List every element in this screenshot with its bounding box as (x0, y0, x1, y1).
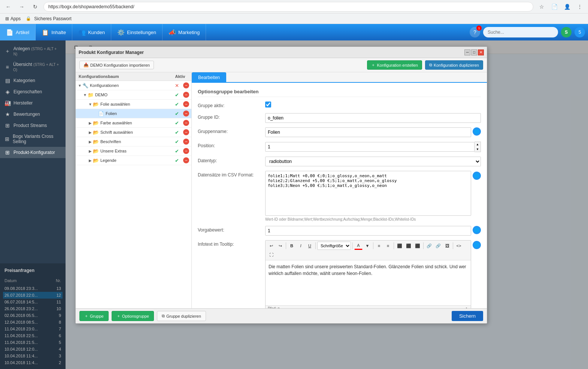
redo-btn[interactable]: ↪ (276, 242, 284, 250)
tree-row-extras[interactable]: ▶ 📂 Unsere Extras ✔ − (76, 146, 191, 156)
bold-btn[interactable]: B (288, 242, 296, 250)
preisanfragen-row[interactable]: 12.04.2018 08:5...8 (3, 319, 63, 326)
search-input[interactable] (483, 27, 558, 37)
help-button[interactable]: ? 1 (470, 27, 480, 37)
preisanfragen-row[interactable]: 11.04.2018 22:5...6 (3, 332, 63, 339)
ol-btn[interactable]: ≡ (384, 242, 392, 250)
fullscreen-btn[interactable]: ⛶ (267, 251, 275, 259)
tab-einstellungen[interactable]: ⚙️ Einstellungen (111, 24, 163, 40)
header-blue-button[interactable]: 5 (575, 27, 585, 37)
datensaetze-globe-btn[interactable]: 🌐 (473, 172, 481, 180)
forward-button[interactable]: → (16, 1, 27, 12)
position-up-btn[interactable]: ▲ (475, 142, 481, 147)
modal-maximize-btn[interactable]: □ (471, 49, 477, 55)
create-config-btn[interactable]: ＋ Konfiguration erstellen (367, 60, 422, 70)
gruppenname-globe-btn[interactable]: 🌐 (473, 127, 481, 136)
reload-button[interactable]: ↻ (30, 1, 40, 12)
tab-marketing[interactable]: 📣 Marketing (163, 24, 206, 40)
preisanfragen-row[interactable]: 06.07.2018 14:5...11 (3, 299, 63, 305)
tree-row-farbe[interactable]: ▶ 📂 Farbe auswählen ✔ − (76, 118, 191, 128)
folien-action[interactable]: − (182, 111, 190, 117)
underline-btn[interactable]: U (306, 242, 314, 250)
user-account-button[interactable]: 👤 (562, 1, 572, 12)
tooltip-content[interactable]: Die matten Folien sind unsere preiswerte… (266, 260, 471, 305)
position-down-btn[interactable]: ▼ (475, 147, 481, 152)
vorgabewert-input[interactable] (265, 226, 471, 236)
preisanfragen-row[interactable]: 11.04.2018 23:0...7 (3, 326, 63, 332)
sichern-button[interactable]: Sichern (452, 311, 483, 321)
vorgabewert-globe-btn[interactable]: 🌐 (473, 226, 481, 234)
modal-minimize-btn[interactable]: ─ (464, 49, 470, 55)
tree-row-beschriften[interactable]: ▶ 📂 Beschriften ✔ − (76, 137, 191, 146)
schrift-action[interactable]: − (182, 129, 190, 135)
beschriften-action[interactable]: − (182, 139, 190, 145)
preisanfragen-row[interactable]: 10.04.2018 11:4...3 (3, 353, 63, 359)
preisanfragen-row[interactable]: 10.04.2018 12:0...4 (3, 346, 63, 353)
sidebar-item-ubersicht[interactable]: ≡ Übersicht (STRG + ALT + O) (0, 59, 66, 75)
sidebar-item-hersteller[interactable]: 🏭 Hersteller (0, 97, 66, 109)
gruppe-btn[interactable]: ＋ Gruppe (79, 311, 109, 321)
duplicate-config-btn[interactable]: ⧉ Konfiguration duplizieren (425, 60, 483, 70)
align-left-btn[interactable]: ⬛ (395, 242, 404, 250)
menu-button[interactable]: ⋮ (575, 1, 585, 12)
tree-row-konfigurationen[interactable]: ▼ 🔧 Konfigurationen ✕ − (76, 81, 191, 90)
infotext-globe-btn[interactable]: 🌐 (473, 241, 481, 249)
header-green-button[interactable]: S (561, 27, 572, 37)
farbe-action[interactable]: − (182, 120, 190, 126)
preisanfragen-row[interactable]: 09.08.2018 23:3...13 (3, 285, 63, 292)
demo-action[interactable]: − (182, 92, 190, 98)
tab-kunden[interactable]: 👥 Kunden (72, 24, 111, 40)
preisanfragen-row[interactable]: 11.04.2018 21:5...5 (3, 339, 63, 346)
preisanfragen-row[interactable]: 26.06.2018 23:2...10 (3, 305, 63, 312)
sidebar-item-bogx-variants[interactable]: ⊞ Bogx Variants Cross Selling (0, 131, 66, 147)
sidebar-item-eigenschaften[interactable]: ◈ Eigenschaften (0, 86, 66, 97)
folie-auswahlen-action[interactable]: − (182, 101, 190, 107)
address-bar[interactable] (43, 2, 533, 12)
ul-btn[interactable]: ≡ (375, 242, 383, 250)
tab-artikel[interactable]: 📄 Artikel (0, 24, 36, 40)
unlink-btn[interactable]: 🔗 (434, 242, 442, 250)
apps-button[interactable]: ⊞ Apps (3, 15, 23, 22)
tree-row-legende[interactable]: ▶ 📂 Legende ✔ − (76, 156, 191, 165)
konfigurationen-action[interactable]: − (182, 82, 190, 88)
import-config-btn[interactable]: 📥 DEMO Konfiguration importieren (79, 61, 154, 69)
sidebar-item-kategorien[interactable]: ▤ Kategorien (0, 75, 66, 86)
datensaetze-textarea[interactable]: folie1;1;Matt +0,00 €;0;1;o_glossy,o_neo… (265, 171, 471, 216)
legende-action[interactable]: − (182, 157, 190, 163)
preisanfragen-row[interactable]: 26.07.2018 22:0...12 (3, 292, 63, 299)
sidebar-item-produkt-konfigurator[interactable]: ⊞ Produkt-Konfigurator (0, 147, 66, 158)
bookmark-star-button[interactable]: ☆ (536, 1, 547, 12)
modal-close-btn[interactable]: ✕ (478, 49, 484, 55)
gruppe-id-input[interactable] (265, 113, 481, 123)
extras-action[interactable]: − (182, 148, 190, 154)
tab-bearbeiten[interactable]: Bearbeiten (192, 72, 226, 83)
tree-row-schrift[interactable]: ▶ 📂 Schrift auswählen ✔ − (76, 128, 191, 137)
sidebar-item-bewertungen[interactable]: ★ Bewertungen (0, 109, 66, 120)
italic-btn[interactable]: I (297, 242, 305, 250)
undo-btn[interactable]: ↩ (267, 242, 275, 250)
align-center-btn[interactable]: ⬛ (404, 242, 413, 250)
font-color-picker-btn[interactable]: ▼ (363, 242, 372, 250)
tree-row-folien[interactable]: 📄 Folien ✔ − (76, 109, 191, 118)
tab-inhalte[interactable]: 📋 Inhalte (36, 24, 72, 40)
back-button[interactable]: ← (3, 1, 13, 12)
sidebar-item-anlegen[interactable]: ＋ Anlegen (STRG + ALT + N) (0, 43, 66, 59)
datentyp-select[interactable]: radiobutton checkbox select text (265, 157, 481, 166)
sidebar-item-product-streams[interactable]: ⊞ Product Streams (0, 120, 66, 131)
gruppe-aktiv-checkbox[interactable] (265, 102, 271, 108)
gruppenname-input[interactable] (265, 127, 471, 137)
align-right-btn[interactable]: ⬛ (413, 242, 422, 250)
font-size-select[interactable]: Schriftgröße Klein Mittel Groß (317, 242, 351, 250)
font-color-btn[interactable]: A (354, 242, 363, 250)
tree-row-folie-auswahlen[interactable]: ▼ 📂 Folie auswählen ✔ − (76, 100, 191, 109)
preisanfragen-row[interactable]: 10.04.2018 11:4...2 (3, 359, 63, 366)
gruppe-duplizieren-btn[interactable]: ⧉ Gruppe duplizieren (157, 311, 206, 321)
image-btn[interactable]: 🖼 (443, 242, 451, 250)
position-input[interactable] (265, 142, 475, 152)
optionsgruppe-btn[interactable]: ＋ Optionsgruppe (112, 311, 154, 321)
link-btn[interactable]: 🔗 (425, 242, 433, 250)
preisanfragen-row[interactable]: 02.06.2018 05:5...9 (3, 312, 63, 319)
tree-row-demo[interactable]: ▼ 📁 DEMO ✔ − (76, 90, 191, 100)
code-btn[interactable]: <> (455, 242, 463, 250)
pdf-icon-button[interactable]: 📄 (549, 1, 560, 12)
